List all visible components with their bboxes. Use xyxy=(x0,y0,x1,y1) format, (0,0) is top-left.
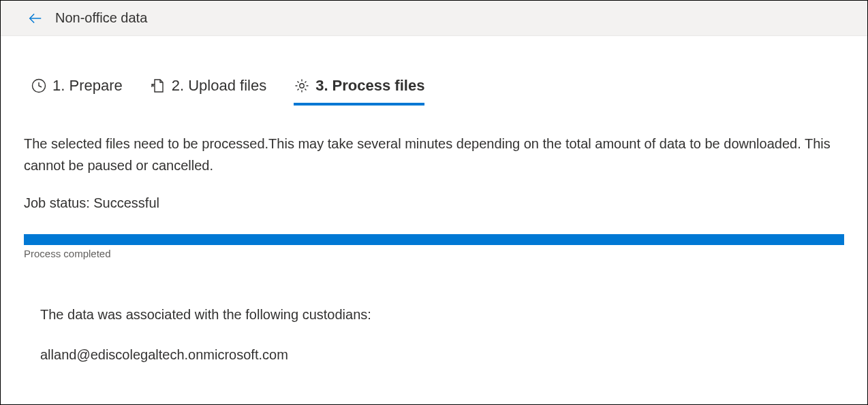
clock-icon xyxy=(31,78,47,94)
wizard-tabs: 1. Prepare 2. Upload files 3. Proces xyxy=(31,77,844,106)
progress-label: Process completed xyxy=(24,248,844,259)
tab-upload-files[interactable]: 2. Upload files xyxy=(150,77,266,106)
file-upload-icon xyxy=(150,78,166,94)
page-title: Non-office data xyxy=(55,10,147,26)
gear-icon xyxy=(294,78,310,94)
process-description: The selected files need to be processed.… xyxy=(24,133,841,176)
job-status-label: Job status: xyxy=(24,195,93,210)
tab-label: 3. Process files xyxy=(315,77,424,95)
tab-process-files[interactable]: 3. Process files xyxy=(294,77,424,106)
progress-section: Process completed xyxy=(24,234,844,259)
tab-label: 1. Prepare xyxy=(52,77,123,95)
main-content: 1. Prepare 2. Upload files 3. Proces xyxy=(1,36,867,363)
job-status-value: Successful xyxy=(93,195,159,210)
custodians-intro: The data was associated with the followi… xyxy=(40,307,844,323)
svg-point-3 xyxy=(300,84,304,88)
custodian-email: alland@ediscolegaltech.onmicrosoft.com xyxy=(40,347,844,363)
tab-prepare[interactable]: 1. Prepare xyxy=(31,77,123,106)
job-status: Job status: Successful xyxy=(24,195,844,211)
back-arrow-icon[interactable] xyxy=(28,11,43,26)
page-header: Non-office data xyxy=(1,1,867,36)
tab-label: 2. Upload files xyxy=(172,77,266,95)
progress-bar xyxy=(24,234,844,245)
